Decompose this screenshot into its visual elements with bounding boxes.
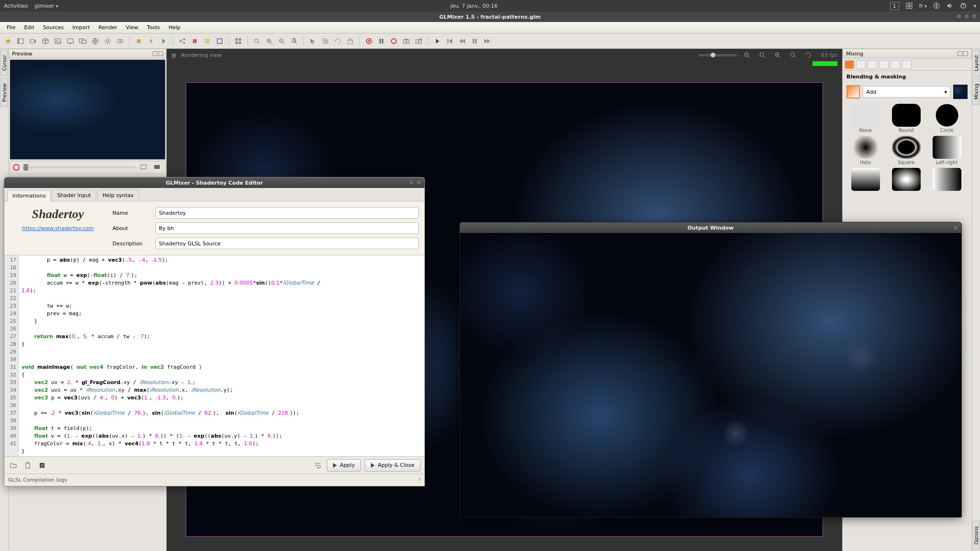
- prev-icon[interactable]: [445, 36, 455, 46]
- rotate-icon[interactable]: [333, 36, 343, 46]
- mask-square[interactable]: Square: [887, 136, 925, 165]
- menu-view[interactable]: View: [122, 23, 142, 32]
- mask-g2[interactable]: [887, 168, 925, 192]
- open-file-icon[interactable]: [8, 460, 19, 471]
- rewind-icon[interactable]: [457, 36, 468, 46]
- camera-icon[interactable]: [28, 36, 38, 46]
- blend-mode-select[interactable]: Add▾: [863, 86, 950, 98]
- web-icon[interactable]: [90, 36, 100, 46]
- rzoom-fit-icon[interactable]: [788, 50, 798, 60]
- lang-indicator[interactable]: fr: [919, 3, 927, 9]
- render-zoom-slider[interactable]: [699, 54, 737, 56]
- vtab-preview[interactable]: Preview: [0, 78, 8, 107]
- apply-button[interactable]: Apply: [327, 459, 361, 472]
- play-icon[interactable]: [158, 36, 169, 46]
- select-icon[interactable]: [308, 36, 318, 46]
- rzoom-out-icon[interactable]: [742, 50, 752, 60]
- menu-file[interactable]: File: [3, 23, 19, 32]
- clear-icon[interactable]: [37, 460, 47, 471]
- export-icon[interactable]: [345, 36, 356, 46]
- help-icon[interactable]: ?: [418, 477, 421, 483]
- code-area[interactable]: p = abs(p) / mag + vec3(-.5, -.4, -1.5);…: [19, 255, 424, 456]
- mix-tab-5[interactable]: [891, 60, 900, 69]
- tab-help-syntax[interactable]: Help syntax: [97, 189, 139, 201]
- minimize-button[interactable]: [956, 13, 962, 19]
- mask-none[interactable]: None: [846, 104, 884, 133]
- zoom-100-icon[interactable]: 1: [289, 36, 300, 46]
- activities-button[interactable]: Activities: [4, 3, 28, 9]
- fullscreen-icon[interactable]: [152, 162, 162, 173]
- stop2-icon[interactable]: [189, 36, 200, 46]
- close-button[interactable]: [971, 13, 977, 19]
- desc-input[interactable]: [156, 238, 419, 249]
- snapshot2-icon[interactable]: [413, 36, 424, 46]
- mix-tab-blend[interactable]: [845, 60, 854, 69]
- maximize-button[interactable]: [964, 13, 969, 19]
- zoom-fit-icon[interactable]: [252, 36, 262, 46]
- grid-icon[interactable]: [233, 36, 244, 46]
- preview-slider[interactable]: [22, 166, 135, 168]
- close-panel-icon[interactable]: [158, 51, 163, 56]
- rrefresh-icon[interactable]: [803, 50, 813, 60]
- rzoom-in-icon[interactable]: [772, 50, 783, 60]
- vtab-mixing[interactable]: Mixing: [972, 78, 980, 105]
- shadertoy-link[interactable]: https://www.shadertoy.com: [22, 225, 94, 231]
- mask-g1[interactable]: [846, 168, 884, 192]
- dlg-close-button[interactable]: [416, 179, 422, 185]
- mix-tab-3[interactable]: [868, 60, 877, 69]
- a11y-icon[interactable]: [933, 2, 940, 9]
- vtab-cursor[interactable]: Cursor: [0, 50, 8, 76]
- mix-tab-4[interactable]: [879, 60, 889, 69]
- pause-icon[interactable]: [376, 36, 387, 46]
- mix-tab-6[interactable]: [902, 60, 912, 69]
- vtab-layout[interactable]: Layout: [972, 50, 980, 77]
- dock3-icon[interactable]: [958, 51, 962, 56]
- zoom-out-icon[interactable]: [277, 36, 287, 46]
- gear-icon[interactable]: [102, 36, 113, 46]
- menu-sources[interactable]: Sources: [39, 23, 68, 32]
- badge-indicator[interactable]: 1: [890, 2, 899, 10]
- dialog-titlebar[interactable]: GLMixer - Shadertoy Code Editor: [4, 177, 424, 188]
- wrap-icon[interactable]: [312, 460, 323, 471]
- step-back-icon[interactable]: [146, 36, 156, 46]
- window-icon[interactable]: [78, 36, 88, 46]
- display-icon[interactable]: [138, 162, 149, 173]
- name-input[interactable]: [156, 207, 419, 219]
- link-icon[interactable]: [115, 36, 125, 46]
- new-source-icon[interactable]: [3, 36, 13, 46]
- output-titlebar[interactable]: Output Window: [460, 222, 961, 233]
- note-icon[interactable]: [202, 36, 212, 46]
- apply-close-button[interactable]: Apply & Close: [365, 459, 421, 472]
- clone-icon[interactable]: [320, 36, 331, 46]
- blend-preset-icon[interactable]: [846, 85, 860, 99]
- code-editor[interactable]: 17 18 19 20 21 22 23 24 25 26 27 28 29 3…: [4, 255, 424, 456]
- crop-icon[interactable]: [214, 36, 225, 46]
- menu-tools[interactable]: Tools: [143, 23, 164, 32]
- media-icon[interactable]: [15, 36, 26, 46]
- snapshot-icon[interactable]: [401, 36, 412, 46]
- record-icon[interactable]: [364, 36, 374, 46]
- stop-icon[interactable]: [134, 36, 144, 46]
- about-input[interactable]: [156, 222, 419, 234]
- vtab-options[interactable]: Options: [972, 521, 980, 550]
- menu-render[interactable]: Render: [95, 23, 121, 32]
- image-icon[interactable]: [53, 36, 63, 46]
- menu-edit[interactable]: Edit: [20, 23, 38, 32]
- clipboard-icon[interactable]: [22, 460, 33, 471]
- clock[interactable]: jeu. 7 janv., 00:16: [58, 3, 890, 9]
- forward-icon[interactable]: [482, 36, 492, 46]
- mask-leftright[interactable]: Left-right: [928, 136, 966, 165]
- cube-icon[interactable]: [40, 36, 51, 46]
- mask-halo[interactable]: Halo: [846, 136, 884, 165]
- mask-g3[interactable]: [928, 168, 966, 192]
- close3-icon[interactable]: [963, 51, 968, 56]
- screen-icon[interactable]: [65, 36, 76, 46]
- volume-icon[interactable]: [947, 2, 953, 9]
- app-menu[interactable]: glmixer: [34, 3, 58, 9]
- workspace-icon[interactable]: [906, 2, 913, 9]
- rec2-icon[interactable]: [389, 36, 399, 46]
- rec-preview-icon[interactable]: [13, 164, 20, 171]
- dropdown-icon[interactable]: ▾: [973, 3, 976, 9]
- power-icon[interactable]: [960, 2, 967, 9]
- menu-help[interactable]: Help: [165, 23, 184, 32]
